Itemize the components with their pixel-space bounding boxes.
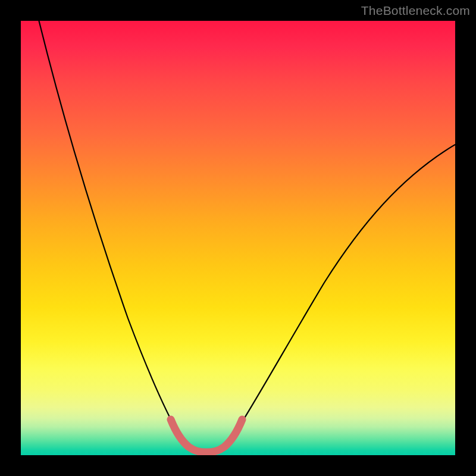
chart-frame: TheBottleneck.com xyxy=(0,0,476,476)
bottleneck-curve xyxy=(37,21,455,452)
watermark-text: TheBottleneck.com xyxy=(361,4,470,18)
plot-area xyxy=(21,21,455,455)
chart-svg xyxy=(21,21,455,455)
bottom-highlight xyxy=(171,419,242,452)
